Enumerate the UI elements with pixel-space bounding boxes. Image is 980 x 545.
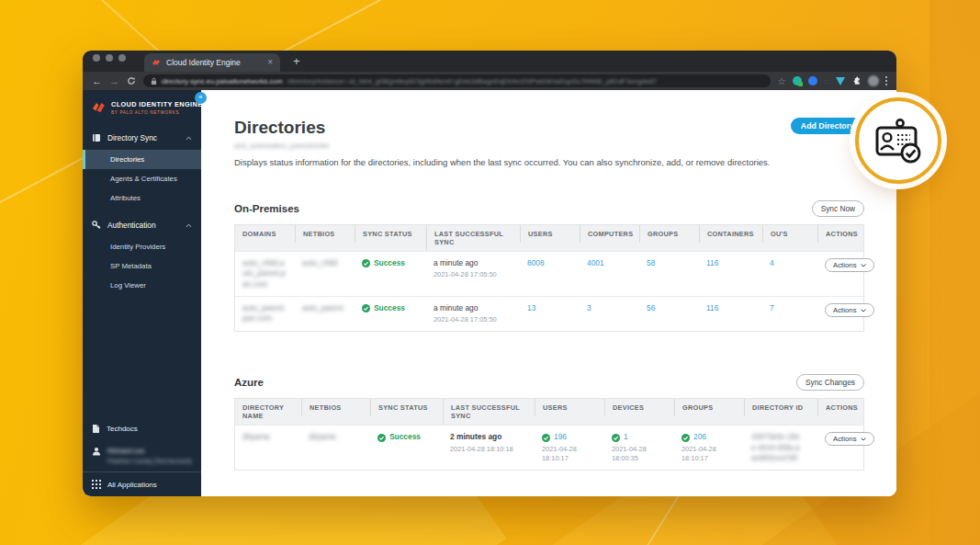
sidebar-item-attributes[interactable]: Attributes bbox=[83, 188, 201, 208]
extension-icon[interactable] bbox=[793, 76, 802, 85]
new-tab-button[interactable]: + bbox=[293, 54, 300, 72]
palo-alto-logo-icon bbox=[92, 101, 106, 113]
background-band bbox=[929, 0, 980, 545]
actions-button[interactable]: Actions bbox=[825, 432, 874, 446]
directory-name-cell: dirparse bbox=[235, 426, 301, 448]
sidebar-item-all-applications[interactable]: All Applications bbox=[83, 472, 201, 496]
users-count-link[interactable]: 13 bbox=[527, 303, 535, 312]
chevron-down-icon bbox=[861, 309, 866, 312]
sync-status: Success bbox=[362, 303, 419, 313]
browser-menu-icon[interactable] bbox=[885, 76, 887, 85]
column-header: ACTIONS bbox=[817, 399, 865, 416]
column-header: CONTAINERS bbox=[699, 225, 762, 243]
extension-shield-icon[interactable] bbox=[836, 77, 845, 85]
users-count-link[interactable]: 8008 bbox=[527, 258, 545, 267]
sidebar-item-log-viewer[interactable]: Log Viewer bbox=[83, 276, 201, 295]
azure-table-header: DIRECTORY NAME NETBIOS SYNC STATUS LAST … bbox=[235, 399, 863, 425]
netbios-cell: dirparse bbox=[301, 426, 370, 448]
users-count-link[interactable]: 196 bbox=[554, 432, 567, 442]
url-domain: directory-sync.eu.paloaltonetworks.com bbox=[162, 77, 283, 85]
add-directory-button[interactable]: Add Directory bbox=[791, 118, 864, 134]
domain-cell: auto_parent.pan.com bbox=[235, 297, 295, 331]
lock-icon bbox=[151, 77, 157, 85]
sidebar-collapse-button[interactable]: « bbox=[195, 92, 207, 104]
profile-avatar[interactable] bbox=[868, 75, 879, 86]
onprem-section-title: On-Premises bbox=[234, 203, 299, 214]
column-header: NETBIOS bbox=[301, 399, 370, 416]
column-header: GROUPS bbox=[639, 225, 699, 243]
tab-title: Cloud Identity Engine bbox=[166, 58, 262, 67]
column-header: NETBIOS bbox=[295, 225, 355, 243]
browser-tab[interactable]: Cloud Identity Engine × bbox=[144, 53, 280, 72]
id-card-check-badge bbox=[855, 97, 941, 184]
window-minimize-button[interactable] bbox=[106, 54, 113, 62]
sidebar-item-directory-sync[interactable]: Directory Sync bbox=[83, 126, 201, 150]
column-header: USERS bbox=[535, 399, 604, 416]
containers-count-link[interactable]: 116 bbox=[706, 303, 718, 312]
page-description: Displays status information for the dire… bbox=[234, 157, 864, 167]
reload-icon[interactable] bbox=[127, 76, 136, 85]
all-applications-label: All Applications bbox=[107, 481, 157, 489]
ous-count-link[interactable]: 4 bbox=[770, 258, 774, 267]
extensions-puzzle-icon[interactable] bbox=[851, 76, 862, 86]
column-header: COMPUTERS bbox=[580, 225, 639, 243]
sidebar-item-authentication[interactable]: Authentication bbox=[83, 213, 201, 237]
favicon-palo-alto bbox=[152, 58, 161, 67]
browser-toolbar: ← → directory-sync.eu.paloaltonetworks.c… bbox=[83, 72, 896, 90]
containers-count-link[interactable]: 116 bbox=[706, 258, 718, 267]
check-circle-icon bbox=[612, 434, 620, 442]
table-row: dirparse dirparse Success 2 minutes ago … bbox=[235, 425, 863, 470]
groups-count-link[interactable]: 58 bbox=[647, 258, 655, 267]
computers-count-link[interactable]: 4001 bbox=[587, 258, 604, 267]
netbios-cell: auto_parent bbox=[295, 297, 355, 320]
forward-icon[interactable]: → bbox=[109, 76, 119, 86]
window-zoom-button[interactable] bbox=[118, 54, 126, 62]
last-sync-cell: 2 minutes ago 2021-04-28 18:10:18 bbox=[443, 426, 535, 460]
extension-icon[interactable] bbox=[808, 76, 817, 85]
chevron-down-icon bbox=[861, 437, 866, 441]
sidebar-item-agents-certificates[interactable]: Agents & Certificates bbox=[83, 169, 201, 188]
chevron-up-icon bbox=[186, 223, 192, 228]
url-path: /directory/instance=-id_html_gl38gm8vy82… bbox=[287, 77, 657, 85]
sidebar-item-techdocs[interactable]: Techdocs bbox=[83, 416, 201, 441]
sidebar-item-sp-metadata[interactable]: SP Metadata bbox=[83, 256, 201, 276]
app-body: « CLOUD IDENTITY ENGINE BY PALO ALTO NET… bbox=[83, 90, 896, 496]
sidebar-item-directories[interactable]: Directories bbox=[83, 150, 201, 169]
url-bar[interactable]: directory-sync.eu.paloaltonetworks.com /… bbox=[143, 74, 771, 87]
column-header: LAST SUCCESSFUL SYNC bbox=[443, 399, 535, 425]
tab-close-icon[interactable]: × bbox=[267, 58, 273, 67]
netbios-cell: auto_child bbox=[295, 252, 355, 275]
last-sync-cell: a minute ago 2021-04-28 17:05:50 bbox=[426, 297, 520, 331]
actions-button[interactable]: Actions bbox=[825, 303, 874, 317]
check-circle-icon bbox=[681, 434, 690, 442]
app-subtitle: BY PALO ALTO NETWORKS bbox=[111, 110, 202, 115]
user-name: Richard Lee bbox=[107, 447, 192, 455]
nav-label: Directory Sync bbox=[107, 133, 157, 142]
onprem-table-header: DOMAINS NETBIOS SYNC STATUS LAST SUCCESS… bbox=[235, 225, 863, 251]
directory-id-cell: 43073e5c-28ce-4044-95fa-aac883cea7d0 bbox=[744, 426, 808, 470]
users-cell: 196 2021-04-28 18:10:17 bbox=[535, 426, 604, 469]
actions-button[interactable]: Actions bbox=[825, 258, 874, 272]
column-header: ACTIONS bbox=[817, 225, 865, 243]
window-controls[interactable] bbox=[93, 51, 126, 72]
sidebar-item-identity-providers[interactable]: Identity Providers bbox=[83, 237, 201, 256]
sync-status: Success bbox=[362, 258, 419, 268]
groups-count-link[interactable]: 206 bbox=[693, 432, 706, 442]
bookmark-star-icon[interactable]: ☆ bbox=[778, 76, 786, 86]
computers-count-link[interactable]: 3 bbox=[587, 303, 591, 312]
column-header: DIRECTORY ID bbox=[744, 399, 817, 416]
key-icon bbox=[92, 221, 101, 230]
ous-count-link[interactable]: 7 bbox=[770, 303, 774, 312]
back-icon[interactable]: ← bbox=[92, 76, 102, 86]
user-profile[interactable]: Richard Lee Peartree County (Test Accoun… bbox=[83, 441, 201, 471]
toolbar-icons: ☆ :: bbox=[778, 75, 887, 86]
document-icon bbox=[92, 424, 100, 434]
extension-dim-icon[interactable]: :: bbox=[824, 77, 829, 85]
sync-changes-button[interactable]: Sync Changes bbox=[796, 374, 864, 391]
user-account: Peartree County (Test Account) bbox=[107, 458, 192, 464]
sync-now-button[interactable]: Sync Now bbox=[812, 200, 864, 217]
window-close-button[interactable] bbox=[93, 54, 100, 62]
devices-count-link[interactable]: 1 bbox=[624, 432, 628, 442]
column-header: LAST SUCCESSFUL SYNC bbox=[426, 225, 520, 251]
groups-count-link[interactable]: 56 bbox=[647, 303, 655, 312]
